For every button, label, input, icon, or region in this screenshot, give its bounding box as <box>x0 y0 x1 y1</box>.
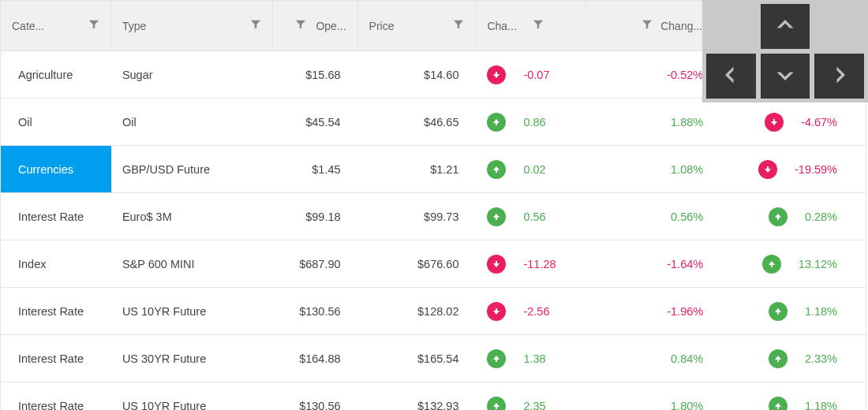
cell-change[interactable]: -0.07 <box>476 51 586 98</box>
table-row[interactable]: Interest RateEuro$ 3M$99.18$99.730.560.5… <box>1 193 866 240</box>
header-changepct[interactable]: Chang... <box>586 1 714 50</box>
table-row[interactable]: CurrenciesGBP/USD Future$1.45$1.210.021.… <box>1 146 866 193</box>
cell-open[interactable]: $45.54 <box>273 99 358 145</box>
table-row[interactable]: Interest RateUS 10YR Future$130.56$128.0… <box>1 288 866 335</box>
open-value: $687.90 <box>299 258 340 270</box>
cell-year[interactable]: -4.67% <box>714 99 866 145</box>
cell-price[interactable]: $99.73 <box>358 193 477 240</box>
cell-year[interactable]: 0.28% <box>714 193 866 240</box>
cell-change[interactable]: 1.38 <box>476 335 586 382</box>
open-value: $130.56 <box>299 305 340 318</box>
cell-type[interactable]: US 10YR Future <box>111 288 273 334</box>
cell-type[interactable]: GBP/USD Future <box>111 146 273 192</box>
cell-change[interactable]: 0.56 <box>476 193 586 240</box>
cell-year[interactable]: 1.18% <box>714 288 866 334</box>
header-open-label: Ope... <box>316 20 346 32</box>
cell-open[interactable]: $130.56 <box>273 288 358 334</box>
table-row[interactable]: IndexS&P 600 MINI$687.90$676.60-11.28-1.… <box>1 240 866 288</box>
header-change[interactable]: Cha... <box>476 1 586 50</box>
cell-type[interactable]: US 30YR Future <box>111 335 273 382</box>
changepct-value: 1.80% <box>671 400 703 411</box>
cell-price[interactable]: $132.93 <box>358 382 477 410</box>
nav-down-button[interactable] <box>761 54 810 99</box>
nav-right-button[interactable] <box>814 54 864 99</box>
cell-changepct[interactable]: 1.80% <box>586 382 714 410</box>
header-category[interactable]: Cate... <box>1 1 111 50</box>
cell-type[interactable]: Euro$ 3M <box>111 193 273 240</box>
arrow-down-icon <box>487 65 506 84</box>
cell-open[interactable]: $164.88 <box>273 335 358 382</box>
year-value: 1.18% <box>805 305 837 318</box>
table-row[interactable]: Interest RateUS 30YR Future$164.88$165.5… <box>1 335 866 382</box>
cell-changepct[interactable]: 0.56% <box>586 193 714 240</box>
cell-change[interactable]: 2.35 <box>476 382 586 410</box>
header-open[interactable]: Ope... <box>273 1 358 50</box>
cell-change[interactable]: -2.56 <box>476 288 586 334</box>
filter-icon[interactable] <box>88 19 99 32</box>
price-value: $14.60 <box>424 69 458 81</box>
filter-icon[interactable] <box>533 19 544 32</box>
category-value: Agriculture <box>18 69 73 81</box>
cell-open[interactable]: $15.68 <box>273 51 358 98</box>
cell-price[interactable]: $676.60 <box>358 240 477 287</box>
cell-change[interactable]: -11.28 <box>476 240 586 287</box>
header-price[interactable]: Price <box>358 1 477 50</box>
change-value: 1.38 <box>523 352 545 365</box>
cell-category[interactable]: Currencies <box>1 146 111 192</box>
cell-price[interactable]: $165.54 <box>358 335 477 382</box>
header-change-label: Cha... <box>487 20 516 32</box>
cell-price[interactable]: $128.02 <box>358 288 477 334</box>
header-category-label: Cate... <box>12 20 44 32</box>
cell-type[interactable]: US 10YR Future <box>111 382 273 410</box>
change-value: 0.86 <box>523 116 545 129</box>
cell-type[interactable]: Sugar <box>111 51 273 98</box>
filter-icon[interactable] <box>295 19 306 32</box>
cell-year[interactable]: 1.18% <box>714 382 866 410</box>
filter-icon[interactable] <box>642 19 653 32</box>
cell-category[interactable]: Interest Rate <box>1 193 111 240</box>
filter-icon[interactable] <box>453 19 464 32</box>
category-value: Interest Rate <box>18 211 84 223</box>
cell-open[interactable]: $130.56 <box>273 382 358 410</box>
cell-category[interactable]: Interest Rate <box>1 335 111 382</box>
category-value: Index <box>18 258 46 270</box>
cell-price[interactable]: $1.21 <box>358 146 477 192</box>
cell-changepct[interactable]: -1.96% <box>586 288 714 334</box>
table-row[interactable]: OilOil$45.54$46.650.861.88%-4.67% <box>1 99 866 146</box>
chevron-up-icon <box>774 14 796 39</box>
cell-year[interactable]: -19.59% <box>714 146 866 192</box>
header-type[interactable]: Type <box>111 1 273 50</box>
cell-changepct[interactable]: 0.84% <box>586 335 714 382</box>
cell-open[interactable]: $99.18 <box>273 193 358 240</box>
cell-type[interactable]: S&P 600 MINI <box>111 240 273 287</box>
cell-year[interactable]: 13.12% <box>714 240 866 287</box>
arrow-up-icon <box>487 160 506 179</box>
cell-changepct[interactable]: 1.08% <box>586 146 714 192</box>
cell-category[interactable]: Oil <box>1 99 111 145</box>
cell-open[interactable]: $687.90 <box>273 240 358 287</box>
cell-category[interactable]: Interest Rate <box>1 382 111 410</box>
cell-type[interactable]: Oil <box>111 99 273 145</box>
arrow-down-icon <box>487 302 506 321</box>
cell-year[interactable]: 2.33% <box>714 335 866 382</box>
arrow-down-icon <box>765 113 784 132</box>
cell-price[interactable]: $46.65 <box>358 99 477 145</box>
arrow-up-icon <box>769 302 788 321</box>
arrow-up-icon <box>769 349 788 368</box>
cell-change[interactable]: 0.86 <box>476 99 586 145</box>
nav-up-button[interactable] <box>761 4 810 49</box>
type-value: US 10YR Future <box>122 400 206 411</box>
cell-open[interactable]: $1.45 <box>273 146 358 192</box>
cell-price[interactable]: $14.60 <box>358 51 477 98</box>
cell-changepct[interactable]: -0.52% <box>586 51 714 98</box>
cell-category[interactable]: Index <box>1 240 111 287</box>
cell-changepct[interactable]: -1.64% <box>586 240 714 287</box>
nav-left-button[interactable] <box>706 54 756 99</box>
cell-changepct[interactable]: 1.88% <box>586 99 714 145</box>
price-value: $128.02 <box>417 305 458 318</box>
cell-change[interactable]: 0.02 <box>476 146 586 192</box>
filter-icon[interactable] <box>250 19 261 32</box>
cell-category[interactable]: Agriculture <box>1 51 111 98</box>
table-row[interactable]: Interest RateUS 10YR Future$130.56$132.9… <box>1 382 866 410</box>
cell-category[interactable]: Interest Rate <box>1 288 111 334</box>
